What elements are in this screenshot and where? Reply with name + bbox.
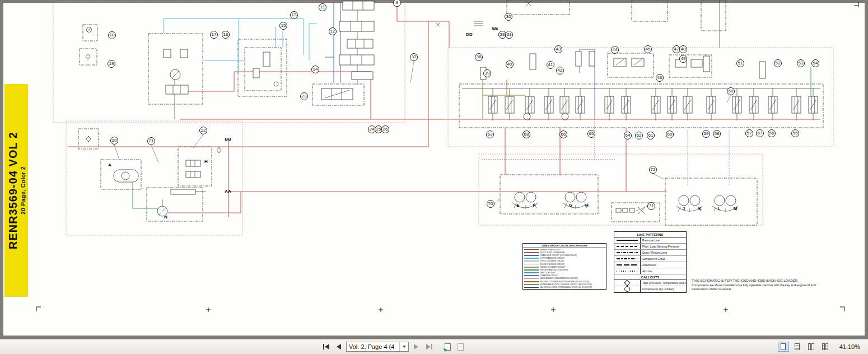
arrow-left-icon <box>325 344 329 350</box>
color-legend-label: STICK CYLINDER CIRCUIT <box>540 260 564 262</box>
single-page-icon <box>781 343 786 350</box>
pattern-line-icon <box>617 252 638 253</box>
bottom-toolbar: Vol. 2, Page 4 (4 <box>0 339 868 354</box>
color-swatch <box>524 284 539 285</box>
continuous-page-icon <box>795 343 800 350</box>
line-pattern-label: Air Line <box>641 269 652 273</box>
line-pattern-label: Pilot / Load Sensing Pressure <box>641 245 679 248</box>
callout-legend-label: Taps (Pressure, Temperature and etc.) <box>641 281 686 285</box>
line-pattern-sample <box>614 244 641 249</box>
spine-title: RENR3569-04 VOL 2 <box>7 132 20 249</box>
color-swatch <box>524 258 539 259</box>
page-select-dropdown[interactable]: Vol. 2, Page 4 (4 <box>346 342 409 352</box>
two-page-continuous-icon <box>825 343 828 350</box>
color-legend-label: STABILIZER CIRCUIT (LEFT AND RIGHT) <box>540 254 577 257</box>
callout-legend-row: Taps (Pressure, Temperature and etc.) <box>614 280 686 286</box>
arrow-left-icon <box>337 344 341 350</box>
pattern-line-icon <box>617 258 638 259</box>
color-swatch <box>524 255 539 256</box>
callout-legend-row: Components (by number) <box>614 286 686 292</box>
two-page-view-button[interactable] <box>806 342 817 352</box>
line-pattern-row: Drain / Return Lines <box>614 250 686 256</box>
two-page-continuous-icon <box>822 343 825 350</box>
arrow-right-icon <box>426 344 431 350</box>
color-legend-label: RETURN AND SUCTION LINES <box>540 269 568 271</box>
color-legend-label: BRAKE PUMP OUTPUT <box>540 249 561 251</box>
line-pattern-row: Pilot / Load Sensing Pressure <box>614 244 686 250</box>
color-legend-label: LEFT STABILIZER CIRCUIT <box>540 257 564 259</box>
line-patterns-table: LINE PATTERNS Pressure LinePilot / Load … <box>614 231 687 293</box>
spine-subtitle: 20 Page, Color 2 <box>20 166 26 215</box>
pattern-line-icon <box>617 264 638 266</box>
color-legend-label: STEERING CIRCUIT <box>540 274 558 277</box>
line-pattern-label: Drain / Return Lines <box>641 251 667 254</box>
color-legend-label: SWING CYLINDER CIRCUIT <box>540 266 565 268</box>
color-swatch <box>524 264 539 265</box>
volume-spine-label: RENR3569-04 VOL 2 20 Page, Color 2 <box>4 84 28 297</box>
two-page-continuous-view-button[interactable] <box>820 342 831 352</box>
color-swatch <box>524 272 539 273</box>
callout-symbol-cell <box>614 286 641 292</box>
line-pattern-label: Pressure Line <box>641 239 660 242</box>
schematic-note-body: Components are shown installed on a full… <box>692 283 833 291</box>
diamond-icon <box>624 280 630 286</box>
color-swatch <box>524 287 539 288</box>
color-swatch <box>524 252 539 253</box>
pattern-line-icon <box>617 240 638 241</box>
first-page-button[interactable] <box>320 341 332 352</box>
circle-icon <box>624 286 630 292</box>
color-legend-label: SHUTTLE LINES <box>540 272 555 274</box>
view-mode-controls: 41.10% <box>778 342 860 352</box>
next-page-button[interactable] <box>410 341 422 352</box>
schematic-note: THIS SCHEMATIC IS FOR THE 420D AND 430D … <box>692 279 833 291</box>
callout-symbol-cell <box>614 280 641 286</box>
schematic-note-title: THIS SCHEMATIC IS FOR THE 420D AND 430D … <box>692 279 833 282</box>
line-pattern-sample <box>614 250 641 255</box>
last-page-icon <box>431 344 432 350</box>
single-page-view-button[interactable] <box>778 342 789 352</box>
line-pattern-label: Attachment <box>641 263 656 267</box>
chevron-down-icon <box>399 342 408 351</box>
two-page-icon <box>808 343 811 350</box>
zoom-level: 41.10% <box>839 343 860 350</box>
color-legend-label: BOOM CYLINDER CIRCUIT <box>540 263 564 266</box>
callout-legend-rows: Taps (Pressure, Temperature and etc.)Com… <box>614 280 686 292</box>
line-patterns-title: LINE PATTERNS <box>614 232 686 237</box>
document-viewer-canvas[interactable]: RENR3569-04 VOL 2 20 Page, Color 2 <box>0 0 868 339</box>
line-pattern-sample <box>614 256 641 262</box>
color-swatch <box>524 267 539 268</box>
color-legend-rows: BRAKE PUMP OUTPUTPILOT SUPPLY PRESSUREST… <box>523 248 606 289</box>
arrow-right-icon <box>414 344 418 350</box>
color-swatch <box>524 260 539 262</box>
color-swatch <box>524 278 539 280</box>
previous-view-button[interactable] <box>442 341 453 352</box>
next-view-button[interactable] <box>455 341 466 352</box>
color-swatch <box>524 249 539 250</box>
pattern-line-icon <box>617 271 638 272</box>
line-pattern-sample <box>614 268 641 274</box>
previous-page-button[interactable] <box>333 341 344 352</box>
color-legend-title: LINES GROUP COLOR DESCRIPTIONS <box>523 244 606 248</box>
continuous-view-button[interactable] <box>792 342 803 352</box>
color-swatch <box>524 275 539 276</box>
color-legend-label: AXLE BRAKES (TRANSMISSION CIRCUIT) <box>540 277 578 280</box>
line-pattern-rows: Pressure LinePilot / Load Sensing Pressu… <box>614 237 686 274</box>
color-legend-label: EXTENDABLE STICK CYLINDER CIRCUIT (4X SO… <box>540 283 592 286</box>
two-page-icon <box>811 343 814 350</box>
line-pattern-row: Pressure Line <box>614 237 686 244</box>
color-legend-row: ALL WHEEL DRIVE (EXTENDABLE STICK) (4X S… <box>523 286 606 288</box>
color-legend-label: PILOT SUPPLY PRESSURE <box>540 251 564 254</box>
line-pattern-sample <box>614 262 641 268</box>
line-pattern-row: Attachment <box>614 262 686 268</box>
line-pattern-row: Air Line <box>614 268 686 274</box>
callouts-legend-title: CALLOUTS <box>614 274 686 280</box>
last-page-button[interactable] <box>423 341 435 352</box>
color-legend-label: ALL WHEEL DRIVE (EXTENDABLE STICK) (4X S… <box>540 286 592 288</box>
line-pattern-sample <box>614 237 641 243</box>
page-icon <box>458 343 464 351</box>
callout-legend-label: Components (by number) <box>641 287 674 291</box>
color-swatch <box>524 281 539 282</box>
line-pattern-row: Component Group <box>614 256 686 262</box>
page-navigation-controls: Vol. 2, Page 4 (4 <box>320 341 466 352</box>
color-legend-table: LINES GROUP COLOR DESCRIPTIONS BRAKE PUM… <box>522 243 606 290</box>
